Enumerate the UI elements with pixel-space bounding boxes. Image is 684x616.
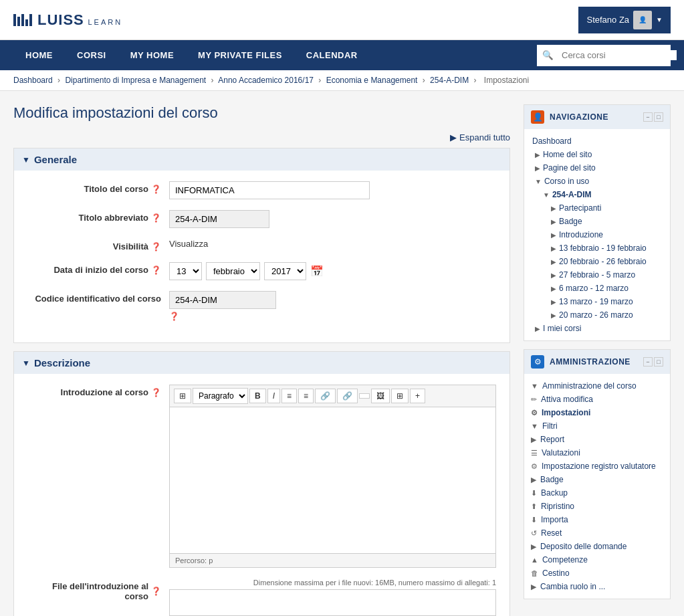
admin-cestino[interactable]: 🗑 Cestino [524, 567, 670, 580]
nav-corsi[interactable]: CORSI [65, 40, 118, 70]
nav-home-del-sito[interactable]: ▶ Home del sito [524, 148, 670, 161]
nav-week2[interactable]: ▶ 20 febbraio - 26 febbraio [524, 255, 670, 268]
admin-attiva-modifica[interactable]: ✏ Attiva modifica [524, 393, 670, 406]
breadcrumb: Dashboard › Dipartimento di Impresa e Ma… [0, 70, 684, 91]
day-select[interactable]: 13 [169, 262, 202, 280]
amministrazione-config-button[interactable]: □ [654, 357, 663, 367]
nav-my-private-files[interactable]: MY PRIVATE FILES [186, 40, 294, 70]
admin-impostazione-registro[interactable]: ⚙ Impostazione registro valutatore [524, 459, 670, 473]
expand-all-link[interactable]: ▶ Espandi tutto [450, 132, 510, 142]
chevron-down-icon: ▼ [656, 16, 663, 23]
generale-body: Titolo del corso ❓ Titolo abbreviato ❓ [14, 171, 509, 342]
titolo-corso-input[interactable] [169, 181, 370, 199]
nav-pagine-del-sito[interactable]: ▶ Pagine del sito [524, 161, 670, 175]
year-select[interactable]: 2017 [264, 262, 306, 280]
editor-area[interactable] [169, 407, 496, 554]
expand-all-area: ▶ Espandi tutto [13, 132, 510, 142]
admin-valutazioni[interactable]: ☰ Valutazioni [524, 446, 670, 459]
admin-filtri[interactable]: ▼ Filtri [524, 419, 670, 433]
nav-introduzione[interactable]: ▶ Introduzione [524, 228, 670, 241]
titolo-corso-control [169, 181, 496, 199]
breadcrumb-254[interactable]: 254-A-DIM [430, 76, 469, 85]
codice-input[interactable] [169, 291, 276, 309]
calendar-icon[interactable]: 📅 [310, 265, 324, 278]
breadcrumb-economia[interactable]: Economia e Management [326, 76, 418, 85]
nav-i-miei-corsi[interactable]: ▶ I miei corsi [524, 322, 670, 335]
nav-dashboard[interactable]: Dashboard [524, 134, 670, 148]
admin-competenze[interactable]: ▲ Competenze [524, 553, 670, 567]
titolo-corso-help-icon[interactable]: ❓ [151, 185, 161, 194]
breadcrumb-dipartimento[interactable]: Dipartimento di Impresa e Management [65, 76, 206, 85]
admin-backup[interactable]: ⬇ Backup [524, 486, 670, 500]
navigazione-minimize-button[interactable]: − [643, 112, 653, 122]
descrizione-label: Descrizione [34, 357, 90, 369]
breadcrumb-anno[interactable]: Anno Accademico 2016/17 [218, 76, 314, 85]
introduzione-control: ⊞ Paragrafo B I ≡ ≡ 🔗 🔗 🖼 [169, 385, 496, 568]
editor-format-select[interactable]: Paragrafo [193, 388, 248, 404]
nav-week6[interactable]: ▶ 20 marzo - 26 marzo [524, 308, 670, 322]
admin-importa[interactable]: ⬇ Importa [524, 513, 670, 526]
admin-cambia-ruolo[interactable]: ▶ Cambia ruolo in ... [524, 580, 670, 593]
file-upload-area[interactable] [169, 589, 496, 616]
data-inizio-label: Data di inizio del corso ❓ [27, 262, 161, 275]
titolo-abbreviato-control [169, 210, 496, 228]
search-button[interactable]: 🔍 [537, 46, 559, 64]
search-input[interactable] [559, 50, 677, 60]
nav-254-a-dim[interactable]: ▼ 254-A-DIM [524, 188, 670, 201]
chevron-right-icon: ▶ [450, 132, 457, 142]
editor-unlink-button[interactable]: 🔗 [337, 389, 358, 403]
editor-link-button[interactable]: 🔗 [315, 389, 336, 403]
nav-partecipanti[interactable]: ▶ Partecipanti [524, 201, 670, 215]
editor-italic-button[interactable]: I [267, 389, 280, 403]
logo-text: LUISS [37, 11, 84, 28]
nav-badge[interactable]: ▶ Badge [524, 215, 670, 228]
editor-empty1-button[interactable] [359, 393, 370, 399]
editor-img-button[interactable]: 🖼 [371, 389, 390, 403]
editor-format-button[interactable]: ⊞ [174, 389, 191, 403]
nav-week1[interactable]: ▶ 13 febbraio - 19 febbraio [524, 241, 670, 255]
introduzione-row: Introduzione al corso ❓ ⊞ Paragrafo B I … [27, 385, 496, 568]
data-inizio-help-icon[interactable]: ❓ [151, 266, 161, 275]
navigazione-title: NAVIGAZIONE [550, 112, 638, 122]
editor-ol-button[interactable]: ≡ [298, 389, 314, 403]
editor-table-button[interactable]: ⊞ [391, 389, 409, 403]
introduzione-help-icon[interactable]: ❓ [151, 388, 161, 397]
admin-reset[interactable]: ↺ Reset [524, 526, 670, 540]
descrizione-header[interactable]: ▼ Descrizione [14, 352, 509, 374]
admin-deposito-domande[interactable]: ▶ Deposito delle domande [524, 540, 670, 553]
nav-my-home[interactable]: MY HOME [118, 40, 186, 70]
codice-help-icon[interactable]: ❓ [169, 312, 179, 321]
editor-ul-button[interactable]: ≡ [281, 389, 297, 403]
titolo-abbreviato-help-icon[interactable]: ❓ [151, 213, 161, 223]
nav-week5[interactable]: ▶ 13 marzo - 19 marzo [524, 295, 670, 308]
file-intro-control: Dimensione massima per i file nuovi: 16M… [169, 579, 496, 616]
admin-ripristino[interactable]: ⬆ Ripristino [524, 500, 670, 513]
codice-row: Codice identificativo del corso ❓ [27, 291, 496, 321]
editor-bold-button[interactable]: B [249, 389, 266, 403]
amministrazione-title: AMMINISTRAZIONE [550, 357, 638, 367]
admin-impostazioni[interactable]: ⚙ Impostazioni [524, 406, 670, 419]
admin-amministrazione-del-corso[interactable]: ▼ Amministrazione del corso [524, 379, 670, 393]
visibilita-help-icon[interactable]: ❓ [151, 242, 161, 251]
generale-header[interactable]: ▼ Generale [14, 148, 509, 171]
amministrazione-body: ▼ Amministrazione del corso ✏ Attiva mod… [524, 374, 670, 599]
titolo-abbreviato-label: Titolo abbreviato ❓ [27, 210, 161, 223]
nav-week3[interactable]: ▶ 27 febbraio - 5 marzo [524, 268, 670, 282]
logo-icon [13, 14, 32, 26]
nav-corso-in-uso[interactable]: ▼ Corso in uso [524, 175, 670, 188]
visibilita-row: Visibilità ❓ Visualizza [27, 239, 496, 251]
titolo-abbreviato-input[interactable] [169, 210, 269, 228]
user-menu-button[interactable]: Stefano Za 👤 ▼ [578, 7, 671, 33]
admin-report[interactable]: ▶ Report [524, 433, 670, 446]
navigazione-config-button[interactable]: □ [654, 112, 663, 122]
nav-calendar[interactable]: CALENDAR [294, 40, 370, 70]
editor-more-button[interactable]: + [410, 389, 425, 403]
month-select[interactable]: febbraio [206, 262, 260, 280]
file-intro-help-icon[interactable]: ❓ [151, 587, 161, 596]
nav-home[interactable]: HOME [13, 40, 65, 70]
breadcrumb-dashboard[interactable]: Dashboard [13, 76, 53, 85]
amministrazione-minimize-button[interactable]: − [643, 357, 653, 367]
nav-week4[interactable]: ▶ 6 marzo - 12 marzo [524, 282, 670, 295]
titolo-corso-label: Titolo del corso ❓ [27, 181, 161, 194]
admin-badge[interactable]: ▶ Badge [524, 473, 670, 486]
